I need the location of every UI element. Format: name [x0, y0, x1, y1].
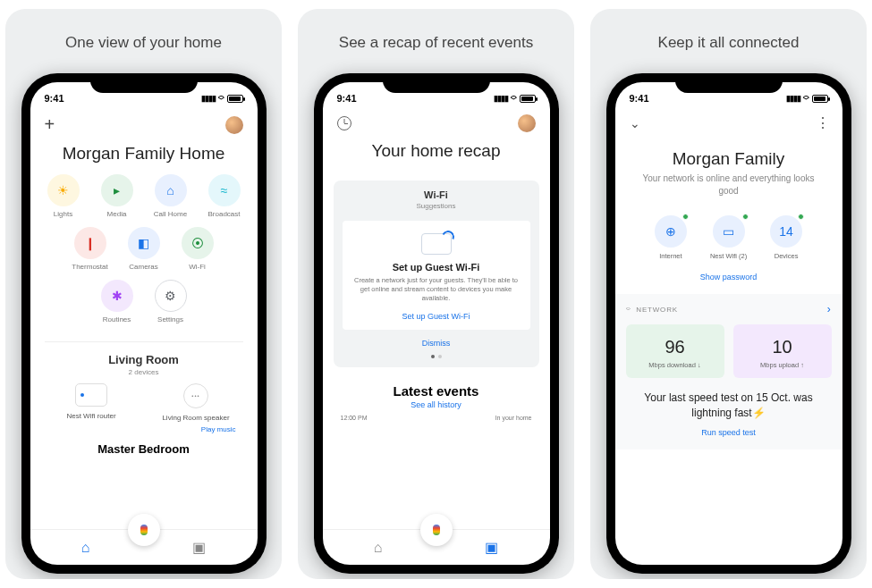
device-speaker[interactable]: ••• Living Room speaker: [151, 383, 241, 422]
status-dot-icon: [742, 214, 749, 220]
wifi-icon: ⌔: [218, 93, 224, 104]
network-stats-row: ⊕ Internet ▭ Nest Wifi (2) 14 Devices: [615, 215, 842, 260]
shortcut-routines[interactable]: ✱Routines: [90, 280, 144, 323]
shortcut-grid: ☀Lights ▸Media ⌂Call Home ≈Broadcast ❙Th…: [30, 174, 258, 332]
device-row: Nest Wifi router ••• Living Room speaker: [30, 376, 258, 422]
promo-panel-2: See a recap of recent events 9:41 ▮▮▮▮ ⌔…: [298, 9, 574, 579]
devices-count: 14: [770, 215, 802, 248]
stat-devices[interactable]: 14 Devices: [770, 215, 802, 260]
gear-icon: ⚙: [155, 280, 187, 312]
carousel-dots: [343, 355, 530, 358]
add-button[interactable]: +: [45, 114, 55, 135]
recap-tag: Wi-Fi: [343, 189, 530, 200]
nav-feed-icon[interactable]: ▣: [192, 539, 206, 556]
nav-home-icon[interactable]: ⌂: [374, 540, 383, 556]
shortcut-wifi[interactable]: ⦿Wi-Fi: [171, 227, 224, 271]
shortcut-broadcast[interactable]: ≈Broadcast: [198, 174, 251, 218]
media-icon: ▸: [101, 174, 133, 206]
phone-frame: 9:41 ▮▮▮▮ ⌔ + Morgan Family Home ☀Lights…: [21, 73, 267, 574]
thermostat-icon: ❙: [74, 227, 106, 259]
status-dot-icon: [798, 214, 804, 220]
shortcut-lights[interactable]: ☀Lights: [37, 174, 90, 218]
status-indicators: ▮▮▮▮ ⌔: [494, 93, 536, 104]
speed-download[interactable]: 96 Mbps download ↓: [626, 324, 724, 378]
setup-guest-wifi-link[interactable]: Set up Guest Wi-Fi: [351, 312, 521, 321]
run-speed-test-link[interactable]: Run speed test: [626, 428, 832, 437]
shortcut-call-home[interactable]: ⌂Call Home: [144, 174, 198, 218]
status-time: 9:41: [337, 93, 357, 104]
signal-icon: ▮▮▮▮: [494, 94, 508, 103]
nav-feed-icon[interactable]: ▣: [485, 539, 498, 556]
stat-internet[interactable]: ⊕ Internet: [655, 215, 687, 260]
mic-icon: [140, 525, 148, 535]
battery-icon: [227, 95, 243, 103]
home-title: Morgan Family Home: [30, 137, 258, 174]
speaker-icon: •••: [183, 383, 208, 408]
stat-nest-wifi[interactable]: ▭ Nest Wifi (2): [710, 215, 747, 260]
status-indicators: ▮▮▮▮ ⌔: [201, 93, 243, 104]
event-row[interactable]: 12:00 PM In your home: [323, 409, 550, 421]
nav-home-icon[interactable]: ⌂: [81, 540, 90, 556]
promo-panel-1: One view of your home 9:41 ▮▮▮▮ ⌔ + Morg…: [5, 9, 282, 579]
panel-title: One view of your home: [65, 34, 222, 52]
header-row: ⌄ ⋮: [615, 109, 842, 133]
promo-panel-3: Keep it all connected 9:41 ▮▮▮▮ ⌔ ⌄ ⋮ Mo…: [590, 9, 867, 579]
mic-fab-button[interactable]: [420, 514, 453, 546]
camera-icon: ◧: [128, 227, 160, 259]
screen: 9:41 ▮▮▮▮ ⌔ ⌄ ⋮ Morgan Family Your netwo…: [615, 82, 842, 565]
wifi-small-icon: ⌔: [626, 306, 631, 314]
shortcut-media[interactable]: ▸Media: [90, 174, 144, 218]
router-icon: ▭: [713, 215, 745, 248]
play-music-link[interactable]: Play music: [30, 425, 258, 433]
account-avatar[interactable]: [225, 116, 243, 134]
wifi-shortcut-icon: ⦿: [182, 227, 214, 259]
header-row: +: [30, 109, 258, 137]
speed-upload[interactable]: 10 Mbps upload ↑: [733, 324, 832, 378]
panel-title: See a recap of recent events: [339, 34, 533, 52]
suggestion-card: Set up Guest Wi-Fi Create a network just…: [343, 221, 530, 330]
status-time: 9:41: [630, 93, 649, 104]
status-time: 9:41: [45, 93, 64, 104]
history-icon[interactable]: [337, 116, 351, 130]
account-avatar[interactable]: [518, 114, 536, 132]
routines-icon: ✱: [101, 280, 133, 312]
globe-icon: ⊕: [655, 215, 687, 248]
bottom-nav: ⌂ ▣: [30, 529, 258, 565]
room-heading: Living Room: [30, 353, 258, 366]
divider: [45, 341, 243, 342]
see-all-history-link[interactable]: See all history: [323, 400, 550, 409]
screen: 9:41 ▮▮▮▮ ⌔ Your home recap Wi-Fi Sugges…: [323, 82, 550, 565]
network-panel-header[interactable]: ⌔ NETWORK ›: [626, 303, 832, 315]
broadcast-icon: ≈: [208, 174, 241, 206]
header-row: [323, 109, 550, 134]
room-subtitle: 2 devices: [30, 368, 258, 376]
battery-icon: [520, 95, 536, 103]
recap-card: Wi-Fi Suggestions Set up Guest Wi-Fi Cre…: [334, 181, 539, 367]
phone-frame: 9:41 ▮▮▮▮ ⌔ ⌄ ⋮ Morgan Family Your netwo…: [606, 73, 851, 574]
show-password-link[interactable]: Show password: [615, 273, 842, 281]
shortcut-cameras[interactable]: ◧Cameras: [117, 227, 171, 271]
panel-title: Keep it all connected: [658, 34, 800, 52]
device-nest-wifi[interactable]: Nest Wifi router: [47, 383, 136, 422]
more-icon[interactable]: ⋮: [816, 114, 828, 131]
bottom-nav: ⌂ ▣: [323, 529, 550, 565]
dismiss-link[interactable]: Dismiss: [343, 339, 530, 348]
mic-icon: [433, 525, 440, 535]
collapse-icon[interactable]: ⌄: [630, 116, 640, 130]
network-subtitle: Your network is online and everything lo…: [615, 172, 842, 210]
mic-fab-button[interactable]: [128, 514, 160, 546]
lightbulb-icon: ☀: [47, 174, 80, 206]
shortcut-thermostat[interactable]: ❙Thermostat: [63, 227, 117, 271]
screen: 9:41 ▮▮▮▮ ⌔ + Morgan Family Home ☀Lights…: [30, 82, 258, 565]
speed-row: 96 Mbps download ↓ 10 Mbps upload ↑: [626, 324, 832, 378]
last-speed-test-text: Your last speed test on 15 Oct. was ligh…: [626, 391, 832, 421]
home-icon: ⌂: [155, 174, 187, 206]
recap-title: Your home recap: [323, 134, 550, 172]
network-title: Morgan Family: [615, 133, 842, 172]
event-time: 12:00 PM: [341, 415, 368, 421]
chevron-right-icon: ›: [827, 303, 832, 315]
signal-icon: ▮▮▮▮: [786, 94, 800, 103]
shortcut-settings[interactable]: ⚙Settings: [144, 280, 198, 323]
battery-icon: [812, 95, 828, 103]
room-heading-2: Master Bedroom: [30, 442, 258, 456]
